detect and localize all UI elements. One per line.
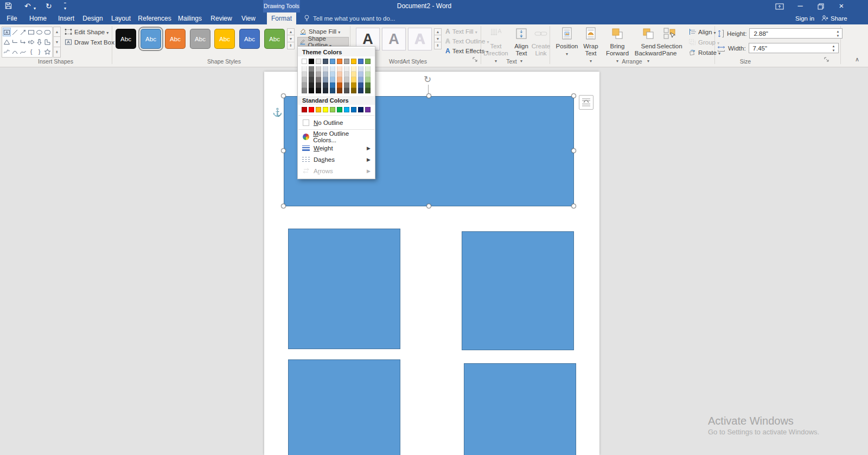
shape-down-arrow-icon[interactable] — [35, 37, 43, 46]
draw-text-box-button[interactable]: Draw Text Box — [63, 37, 116, 47]
wordart-scroll-down-button[interactable]: ▼ — [434, 35, 442, 42]
tab-layout[interactable]: Layout — [108, 12, 134, 24]
shape-style-preset[interactable]: Abc — [239, 29, 260, 49]
color-variant-swatch[interactable] — [309, 72, 314, 77]
color-swatch[interactable] — [358, 107, 363, 112]
color-variant-swatch[interactable] — [337, 83, 342, 88]
tab-view[interactable]: View — [238, 12, 259, 24]
shape-fill-button[interactable]: Shape Fill — [298, 27, 349, 36]
color-variant-swatch[interactable] — [337, 66, 342, 72]
width-spinner[interactable]: ▲▼ — [831, 44, 837, 53]
color-swatch[interactable] — [337, 107, 342, 112]
color-variant-swatch[interactable] — [358, 66, 363, 72]
color-variant-swatch[interactable] — [330, 72, 335, 77]
shape-star-icon[interactable] — [43, 47, 52, 56]
color-variant-swatch[interactable] — [337, 77, 342, 83]
color-variant-swatch[interactable] — [351, 77, 356, 83]
color-variant-swatch[interactable] — [316, 66, 321, 72]
color-variant-swatch[interactable] — [351, 88, 356, 93]
wordart-preset-3[interactable]: A — [408, 28, 432, 50]
color-variant-swatch[interactable] — [309, 77, 314, 83]
height-spinner[interactable]: ▲▼ — [834, 29, 841, 38]
wordart-scroll-up-button[interactable]: ▲ — [434, 28, 442, 35]
color-variant-swatch[interactable] — [358, 72, 363, 77]
color-variant-swatch[interactable] — [351, 72, 356, 77]
color-variant-swatch[interactable] — [365, 77, 371, 83]
height-input[interactable]: 2.88" ▲▼ — [749, 28, 843, 39]
shape-textbox-icon[interactable] — [3, 28, 11, 36]
color-variant-swatch[interactable] — [323, 66, 328, 72]
shape-oval-icon[interactable] — [35, 28, 43, 36]
restore-button[interactable] — [813, 0, 829, 12]
color-variant-swatch[interactable] — [351, 66, 356, 72]
sign-in-link[interactable]: Sign in — [795, 12, 814, 24]
color-variant-swatch[interactable] — [316, 83, 321, 88]
shape-style-preset[interactable]: Abc — [165, 29, 186, 49]
tab-format-active[interactable]: Format — [267, 12, 296, 24]
styles-more-button[interactable]: ⇟ — [287, 42, 295, 49]
shape-rounded-rectangle-icon[interactable] — [43, 28, 52, 36]
color-swatch[interactable] — [323, 107, 328, 112]
resize-handle-w[interactable] — [281, 148, 286, 153]
color-variant-swatch[interactable] — [330, 77, 335, 83]
color-variant-swatch[interactable] — [330, 83, 335, 88]
color-variant-swatch[interactable] — [344, 88, 349, 93]
gallery-scroll-down-button[interactable]: ▼ — [53, 37, 61, 47]
color-swatch[interactable] — [344, 107, 349, 112]
wordart-more-button[interactable]: ⇟ — [434, 42, 442, 49]
color-swatch[interactable] — [323, 59, 328, 64]
close-button[interactable]: × — [833, 0, 850, 12]
color-swatch[interactable] — [358, 59, 363, 64]
color-variant-swatch[interactable] — [302, 88, 307, 93]
color-swatch[interactable] — [337, 59, 342, 64]
color-swatch[interactable] — [302, 59, 307, 64]
tab-file[interactable]: File — [2, 12, 22, 24]
shape-style-preset[interactable]: Abc — [214, 29, 235, 49]
tab-references[interactable]: References — [137, 12, 173, 24]
align-button[interactable]: Align — [687, 27, 718, 36]
color-swatch[interactable] — [351, 59, 356, 64]
shape-style-preset[interactable]: Abc — [116, 29, 136, 49]
menu-item-no-outline[interactable]: No Outline — [298, 117, 375, 128]
color-variant-swatch[interactable] — [302, 83, 307, 88]
color-swatch[interactable] — [316, 107, 321, 112]
color-swatch[interactable] — [351, 107, 356, 112]
rotate-handle[interactable]: ↻ — [424, 74, 431, 85]
wordart-dialog-launcher[interactable] — [473, 57, 479, 64]
color-variant-swatch[interactable] — [365, 66, 371, 72]
color-swatch[interactable] — [309, 107, 314, 112]
size-dialog-launcher[interactable] — [824, 57, 831, 64]
collapse-ribbon-button[interactable]: ∧ — [855, 56, 859, 63]
styles-scroll-up-button[interactable]: ▲ — [287, 28, 295, 35]
shape-style-preset-selected[interactable]: Abc — [141, 29, 161, 49]
resize-handle-s[interactable] — [426, 204, 431, 208]
color-variant-swatch[interactable] — [323, 83, 328, 88]
color-variant-swatch[interactable] — [316, 77, 321, 83]
gallery-more-button[interactable]: ⇟ — [53, 47, 61, 58]
color-variant-swatch[interactable] — [337, 72, 342, 77]
color-swatch[interactable] — [330, 107, 335, 112]
undo-button[interactable]: ↶ — [24, 1, 31, 11]
shape-arrow-icon[interactable] — [19, 28, 27, 36]
position-button[interactable]: Position — [553, 27, 580, 58]
tab-design[interactable]: Design — [80, 12, 105, 24]
color-variant-swatch[interactable] — [309, 88, 314, 93]
qat-customize-button[interactable]: ▾ — [64, 3, 66, 14]
shape-outline-button[interactable]: Shape Outline — [297, 37, 349, 46]
tab-review[interactable]: Review — [207, 12, 235, 24]
menu-item-more-outline-colors[interactable]: More Outline Colors... — [298, 131, 375, 142]
shape-right-arrow-icon[interactable] — [27, 37, 35, 46]
shape-curve-icon[interactable] — [19, 47, 27, 56]
shape-scribble-icon[interactable] — [3, 47, 11, 56]
layout-options-button[interactable] — [579, 95, 593, 110]
wordart-preset-2[interactable]: A — [382, 28, 406, 50]
share-button[interactable]: Share — [821, 12, 847, 24]
width-input[interactable]: 7.45" ▲▼ — [749, 43, 839, 53]
redo-button[interactable]: ↻ — [46, 1, 52, 11]
tab-mailings[interactable]: Mailings — [175, 12, 205, 24]
shape-triangle-icon[interactable] — [3, 37, 11, 46]
color-variant-swatch[interactable] — [330, 66, 335, 72]
resize-handle-se[interactable] — [571, 204, 576, 208]
menu-item-dashes[interactable]: Dashes ▶ — [298, 154, 375, 165]
color-variant-swatch[interactable] — [309, 66, 314, 72]
